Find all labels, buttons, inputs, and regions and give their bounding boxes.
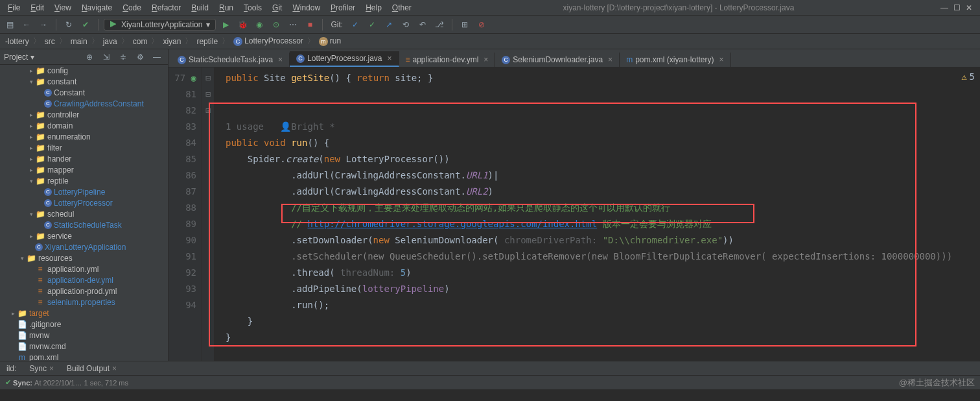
sync-detail: At 2022/10/1… 1 sec, 712 ms xyxy=(34,379,128,387)
menu-view[interactable]: View xyxy=(49,2,76,14)
menu-code[interactable]: Code xyxy=(117,2,146,14)
check-icon[interactable]: ✔ xyxy=(78,18,93,32)
expand-icon[interactable]: ⇲ xyxy=(99,50,113,64)
project-tree[interactable]: ▸📁config▾📁constantCConstantCCrawlingAddr… xyxy=(0,65,168,361)
tree-enumeration[interactable]: ▸📁enumeration xyxy=(0,131,168,142)
menu-other[interactable]: Other xyxy=(387,2,417,14)
tab-sync[interactable]: Sync × xyxy=(23,363,60,374)
tab-build-output[interactable]: Build Output × xyxy=(60,363,123,374)
tree-application-prod-yml[interactable]: ≡application-prod.yml xyxy=(0,286,168,297)
git-history-icon[interactable]: ⟲ xyxy=(399,18,413,32)
cancel-icon[interactable]: ⊘ xyxy=(474,18,489,32)
tree-service[interactable]: ▸📁service xyxy=(0,230,168,241)
window-title: xiyan-lottery [D:\lottery-project\xiyan-… xyxy=(417,3,940,12)
tree-reptile[interactable]: ▾📁reptile xyxy=(0,175,168,186)
warning-icon: ⚠ xyxy=(961,69,966,85)
refresh-icon[interactable]: ↻ xyxy=(62,18,76,32)
fold-column[interactable]: ⊟⊟⊡ xyxy=(202,67,214,361)
breadcrumb-item[interactable]: java xyxy=(102,37,119,46)
tree-selenium-properties[interactable]: ≡selenium.properties xyxy=(0,297,168,308)
forward-icon[interactable]: → xyxy=(36,18,51,32)
breadcrumb-item[interactable]: -lottery xyxy=(4,37,30,46)
tree-StaticScheduleTask[interactable]: CStaticScheduleTask xyxy=(0,219,168,230)
tree--gitignore[interactable]: 📄.gitignore xyxy=(0,319,168,330)
close-icon[interactable]: ✕ xyxy=(966,3,972,12)
tree-filter[interactable]: ▸📁filter xyxy=(0,142,168,153)
tree-schedul[interactable]: ▾📁schedul xyxy=(0,208,168,219)
run-config-dropdown[interactable]: ⯈ XiyanLotteryApplication ▾ xyxy=(104,19,216,30)
coverage-icon[interactable]: ◉ xyxy=(252,18,266,32)
breadcrumb-item[interactable]: xiyan xyxy=(161,37,182,46)
menu-refactor[interactable]: Refactor xyxy=(146,2,186,14)
run-icon[interactable]: ▶ xyxy=(218,18,233,32)
tree-mapper[interactable]: ▸📁mapper xyxy=(0,164,168,175)
menu-profiler[interactable]: Profiler xyxy=(325,2,360,14)
collapse-icon[interactable]: ≑ xyxy=(116,50,130,64)
editor-tabs: CStaticScheduleTask.java×CLotteryProcess… xyxy=(169,49,980,67)
git-commit-icon[interactable]: ✓ xyxy=(365,18,379,32)
tab-pom.xml (xiyan-lottery)[interactable]: mpom.xml (xiyan-lottery)× xyxy=(620,53,730,67)
attach-icon[interactable]: ⋯ xyxy=(286,18,300,32)
tree-resources[interactable]: ▾📁resources xyxy=(0,252,168,263)
tree-controller[interactable]: ▸📁controller xyxy=(0,109,168,120)
watermark: @稀土掘金技术社区 xyxy=(899,377,975,389)
tree-mvnw[interactable]: 📄mvnw xyxy=(0,330,168,341)
tree-pom-xml[interactable]: mpom.xml xyxy=(0,352,168,361)
inspection-widget[interactable]: ⚠ 5 xyxy=(961,69,975,85)
tab-SeleniumDownloader.java[interactable]: CSeleniumDownloader.java× xyxy=(495,53,620,67)
tab-StaticScheduleTask.java[interactable]: CStaticScheduleTask.java× xyxy=(171,53,290,67)
tree-application-dev-yml[interactable]: ≡application-dev.yml xyxy=(0,274,168,286)
tree-domain[interactable]: ▸📁domain xyxy=(0,120,168,131)
code-area[interactable]: ⚠ 5 public Site getSite() { return site;… xyxy=(214,67,980,361)
breadcrumb-item[interactable]: reptile xyxy=(195,37,219,46)
tree-constant[interactable]: ▾📁constant xyxy=(0,76,168,87)
menu-help[interactable]: Help xyxy=(360,2,387,14)
hide-icon[interactable]: — xyxy=(150,50,164,64)
tree-XiyanLotteryApplication[interactable]: CXiyanLotteryApplication xyxy=(0,241,168,252)
menu-build[interactable]: Build xyxy=(186,2,214,14)
tree-target[interactable]: ▸📁target xyxy=(0,308,168,319)
breadcrumb-item[interactable]: CLotteryProcessor xyxy=(232,36,305,46)
tree-Constant[interactable]: CConstant xyxy=(0,87,168,98)
git-branch-icon[interactable]: ⎇ xyxy=(432,18,447,32)
open-icon[interactable]: ▤ xyxy=(3,18,17,32)
menu-file[interactable]: File xyxy=(3,2,25,14)
git-rollback-icon[interactable]: ↶ xyxy=(415,18,430,32)
maximize-icon[interactable]: ☐ xyxy=(953,3,961,12)
tree-LotteryProcessor[interactable]: CLotteryProcessor xyxy=(0,197,168,208)
breadcrumb-item[interactable]: com xyxy=(132,37,149,46)
menu-window[interactable]: Window xyxy=(287,2,325,14)
tab-application-dev.yml[interactable]: ≡application-dev.yml× xyxy=(399,53,496,67)
debug-icon[interactable]: 🐞 xyxy=(235,18,250,32)
stop-icon[interactable]: ■ xyxy=(303,18,317,32)
editor[interactable]: 77 ◉ 8182838485868788899091929394 ⊟⊟⊡ ⚠ … xyxy=(169,67,980,361)
tree-hander[interactable]: ▸📁hander xyxy=(0,153,168,164)
git-update-icon[interactable]: ✓ xyxy=(348,18,362,32)
breadcrumb-item[interactable]: src xyxy=(43,37,56,46)
sync-label: Sync: xyxy=(13,379,32,387)
bottom-tool-tabs: ild: Sync × Build Output × xyxy=(0,361,980,375)
gear-icon[interactable]: ⚙ xyxy=(133,50,147,64)
tree-LotteryPipeline[interactable]: CLotteryPipeline xyxy=(0,186,168,197)
tree-config[interactable]: ▸📁config xyxy=(0,65,168,76)
tab-LotteryProcessor.java[interactable]: CLotteryProcessor.java× xyxy=(290,51,399,67)
search-icon[interactable]: ⊞ xyxy=(458,18,472,32)
warning-count: 5 xyxy=(970,69,975,85)
menu-git[interactable]: Git xyxy=(267,2,287,14)
breadcrumb-item[interactable]: main xyxy=(69,37,89,46)
menu-navigate[interactable]: Navigate xyxy=(76,2,117,14)
select-file-icon[interactable]: ⊕ xyxy=(82,50,97,64)
tree-mvnw-cmd[interactable]: 📄mvnw.cmd xyxy=(0,341,168,352)
tree-CrawlingAddressConstant[interactable]: CCrawlingAddressConstant xyxy=(0,98,168,109)
project-label[interactable]: Project xyxy=(4,53,28,62)
toolbar: ▤ ← → ↻ ✔ ⯈ XiyanLotteryApplication ▾ ▶ … xyxy=(0,16,980,34)
menu-tools[interactable]: Tools xyxy=(239,2,267,14)
menu-run[interactable]: Run xyxy=(214,2,239,14)
back-icon[interactable]: ← xyxy=(19,18,34,32)
menu-edit[interactable]: Edit xyxy=(25,2,49,14)
minimize-icon[interactable]: — xyxy=(940,3,948,12)
breadcrumb-item[interactable]: mrun xyxy=(318,36,342,46)
profile-icon[interactable]: ⊙ xyxy=(269,18,283,32)
tree-application-yml[interactable]: ≡application.yml xyxy=(0,263,168,274)
git-push-icon[interactable]: ↗ xyxy=(382,18,396,32)
